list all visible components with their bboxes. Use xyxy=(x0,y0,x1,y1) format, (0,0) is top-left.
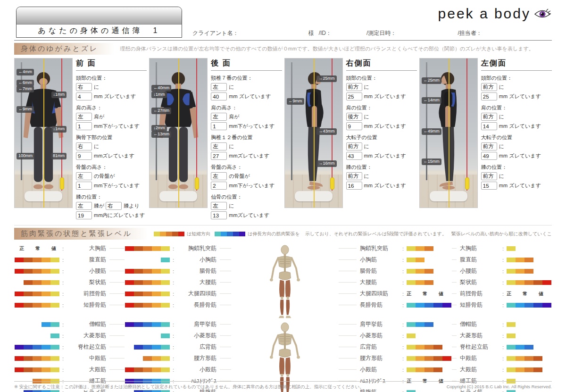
tension-segment xyxy=(24,292,33,296)
muscle-row: : 大菱形筋 xyxy=(14,332,125,339)
value-box[interactable]: 左 xyxy=(211,172,227,180)
value-box[interactable]: 前方 xyxy=(346,172,362,180)
tension-segment xyxy=(424,246,433,251)
tension-bar xyxy=(507,246,552,251)
tension-segment xyxy=(424,269,433,274)
measurement-rows: 前方 に 25 mm xyxy=(481,83,552,100)
muscle-row: : 僧帽筋 xyxy=(14,321,125,328)
value-box[interactable]: 前方 xyxy=(481,113,497,121)
value-box[interactable]: 25 xyxy=(346,92,362,100)
value-box[interactable]: 43 xyxy=(346,152,362,160)
value-box[interactable]: 左 xyxy=(211,142,227,150)
panel-measurements: 前 面 頭部の位置： 右 xyxy=(76,58,147,221)
measurement-rows: 右 に 9 mmズレて xyxy=(76,142,147,160)
value-box[interactable]: 1 xyxy=(76,122,92,130)
measurement-group: 骨盤の高さ： 左 の骨盤が xyxy=(211,164,282,190)
value-suffix: mm ズレています xyxy=(229,93,271,100)
tension-segment xyxy=(143,280,152,285)
measurement-rows: 前方 に 25 mm xyxy=(346,83,417,100)
value-box[interactable]: 左 xyxy=(76,202,92,210)
value-box[interactable]: 19 xyxy=(76,211,92,219)
muscle-row: 腹直筋 : xyxy=(452,256,552,263)
measurement-chip: →25mm xyxy=(316,75,336,82)
tension-segment xyxy=(50,303,59,308)
leader-line xyxy=(220,335,231,336)
tension-segment xyxy=(15,367,24,372)
value-box[interactable]: 左 xyxy=(211,83,227,91)
muscle-row: : 前脛骨筋 xyxy=(14,290,125,297)
legend-swatch xyxy=(178,232,184,236)
tension-segment xyxy=(24,303,33,308)
muscle-row: 小腰筋 : xyxy=(452,267,552,275)
muscle-name: 短腓骨筋 xyxy=(67,301,106,309)
leader-line xyxy=(220,347,231,347)
tension-bar xyxy=(407,390,452,392)
leader-line xyxy=(339,305,357,305)
value-suffix: に xyxy=(499,113,504,120)
value-box[interactable]: 14 xyxy=(481,122,497,130)
muscle-group: 正 常 値 : 大胸筋 xyxy=(14,245,125,309)
value-box[interactable]: 左 xyxy=(211,202,227,210)
muscle-row: 小殿筋 : xyxy=(339,366,452,373)
tension-segment xyxy=(143,322,152,327)
muscle-row: : 小菱形筋 xyxy=(125,332,231,339)
value-box[interactable]: 2 xyxy=(211,182,227,190)
value-box[interactable]: 16 xyxy=(346,182,362,190)
value-box[interactable]: 40 xyxy=(211,92,227,100)
tension-segment xyxy=(143,303,152,308)
leader-line xyxy=(452,347,457,347)
value-suffix: mm ズレています xyxy=(94,93,136,100)
leader-line xyxy=(220,248,231,249)
value-box[interactable]: 前方 xyxy=(481,83,497,91)
value-box[interactable]: 15 xyxy=(481,182,497,190)
section1-title-band: 身体のゆがみとズレ xyxy=(14,43,114,55)
tension-segment xyxy=(134,367,143,372)
tension-segment xyxy=(161,356,170,361)
leader-line xyxy=(109,271,125,271)
value-box[interactable]: 前方 xyxy=(346,142,362,150)
colon: : xyxy=(402,333,404,339)
report-tab[interactable]: あなたの身体の通信簿 1 xyxy=(16,7,182,38)
section-body-alignment: 身体のゆがみとズレ 理想の身体バランスは膝の位置が左右均等でその他のすべての数値… xyxy=(14,43,552,225)
value-box[interactable]: 9 xyxy=(76,152,92,160)
value-box[interactable]: 1 xyxy=(211,122,227,130)
tension-segment xyxy=(407,246,416,251)
value-box[interactable]: 49 xyxy=(481,152,497,160)
short-direction-label: は短縮方向 xyxy=(187,231,210,237)
value-box[interactable]: 左 xyxy=(76,172,92,180)
colon: : xyxy=(502,344,504,350)
value-box[interactable]: 前方 xyxy=(346,83,362,91)
colon: : xyxy=(62,257,64,263)
value-suffix: に xyxy=(94,83,99,91)
value-box[interactable]: 右 xyxy=(76,83,92,91)
measure-date-label: /測定日時： xyxy=(366,29,396,37)
muscle-name: 小菱形筋 xyxy=(177,332,216,340)
value-box[interactable]: 右 xyxy=(76,142,92,150)
plumb-weight xyxy=(465,177,469,190)
value-box[interactable]: 右 xyxy=(106,202,122,210)
value-box[interactable]: 4 xyxy=(76,92,92,100)
panel-measurements: 後 面 頸椎７番の位置： 左 xyxy=(211,58,282,221)
measurement-row: 9 mmズレています xyxy=(76,152,147,160)
colon: : xyxy=(62,367,64,373)
colon: : xyxy=(173,333,174,339)
tension-segment xyxy=(50,269,59,274)
measurement-chip: ←4mm xyxy=(17,69,34,75)
value-box[interactable]: 前方 xyxy=(481,142,497,150)
tension-segment xyxy=(42,258,50,262)
value-box[interactable]: 1 xyxy=(76,182,92,190)
value-box[interactable]: 後方 xyxy=(346,113,362,121)
value-box[interactable]: 27 xyxy=(211,152,227,160)
value-box[interactable]: 左 xyxy=(211,113,227,121)
value-box[interactable]: 13 xyxy=(211,211,227,219)
value-suffix: mm下がっています xyxy=(229,182,275,189)
colon: : xyxy=(402,268,404,274)
tension-segment xyxy=(152,246,161,251)
leader-line xyxy=(452,282,457,283)
value-box[interactable]: 前方 xyxy=(481,172,497,180)
measurement-row: 左 に xyxy=(211,142,282,150)
value-box[interactable]: 左 xyxy=(76,113,92,121)
value-box[interactable]: 25 xyxy=(481,92,497,100)
value-box[interactable]: 9 xyxy=(346,122,362,130)
tension-segment xyxy=(33,258,42,262)
